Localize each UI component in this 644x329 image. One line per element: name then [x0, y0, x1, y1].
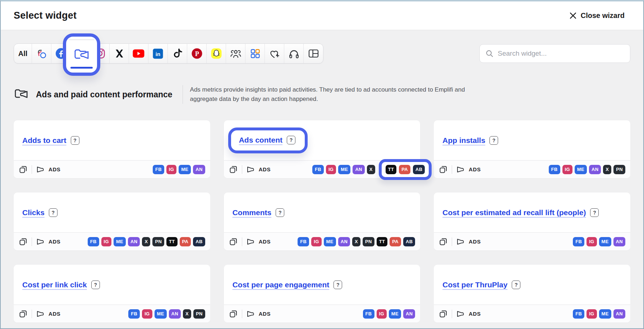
network-badge-ab: AB — [413, 165, 425, 174]
filter-tab-pinterest[interactable]: P — [187, 44, 207, 63]
network-badge-x: X — [367, 165, 375, 174]
network-badge-pa: PA — [399, 165, 410, 174]
network-badges: FBIGMEANXPN — [549, 165, 625, 174]
network-badge-fb: FB — [549, 165, 560, 174]
copy-widget-icon[interactable] — [439, 237, 448, 246]
network-badge-an: AN — [613, 309, 625, 319]
ads-section-icon — [14, 87, 29, 102]
help-icon[interactable]: ? — [71, 136, 79, 145]
filter-tab-audience[interactable] — [226, 44, 245, 63]
filter-tab-apps[interactable] — [245, 44, 265, 63]
copy-widget-icon[interactable] — [19, 237, 28, 246]
network-badge-an: AN — [128, 237, 140, 246]
widget-title-link[interactable]: Adds to cart — [22, 135, 66, 146]
filter-tab-all[interactable]: All — [14, 44, 32, 63]
network-badge-an: AN — [353, 165, 364, 174]
widget-card: Cost per ThruPlay ? ADS FBIGMEAN — [434, 265, 630, 323]
help-icon[interactable]: ? — [276, 208, 284, 217]
help-icon[interactable]: ? — [334, 281, 342, 289]
copy-widget-icon[interactable] — [19, 309, 28, 318]
network-badge-me: ME — [114, 237, 126, 246]
filter-tab-x[interactable] — [110, 44, 129, 63]
widget-type-label: ADS — [259, 311, 271, 317]
select-widget-dialog: Select widget Close wizard AllinP Ads an… — [0, 0, 644, 329]
network-badge-tt: TT — [166, 237, 177, 246]
active-tab-indicator — [70, 67, 93, 69]
filter-tab-snapchat[interactable] — [207, 44, 226, 63]
network-badge-fb: FB — [88, 237, 99, 246]
widget-title-link[interactable]: Comments — [233, 207, 272, 218]
help-icon[interactable]: ? — [590, 208, 599, 217]
help-icon[interactable]: ? — [91, 281, 100, 289]
megaphone-icon — [36, 310, 45, 318]
filter-tab-content[interactable] — [32, 44, 51, 63]
network-badge-pn: PN — [152, 237, 164, 246]
network-badges: FBIGMEANXPNTTPAAB — [88, 237, 205, 246]
network-badge-ig: IG — [166, 165, 176, 174]
widget-title-link[interactable]: Cost per link click — [22, 279, 87, 290]
network-badge-ab: AB — [193, 237, 205, 246]
copy-widget-icon[interactable] — [229, 165, 238, 174]
network-badge-an: AN — [338, 237, 350, 246]
copy-widget-icon[interactable] — [439, 165, 448, 174]
widget-card-footer: ADS FBIGMEANXPN — [434, 160, 630, 178]
widget-title-link[interactable]: Cost per page engagement — [233, 279, 330, 290]
widget-type-label: ADS — [259, 238, 271, 245]
network-badge-me: ME — [599, 237, 611, 246]
widget-type-label: ADS — [49, 166, 60, 172]
network-badge-ig: IG — [142, 309, 152, 319]
network-badge-me: ME — [324, 237, 336, 246]
search-input[interactable] — [498, 50, 624, 57]
filter-tab-tiktok[interactable] — [168, 44, 187, 63]
network-badge-an: AN — [169, 309, 181, 319]
network-badge-me: ME — [575, 165, 587, 174]
search-widget-box[interactable] — [479, 44, 630, 63]
filter-tab-care[interactable] — [265, 44, 284, 63]
help-icon[interactable]: ? — [49, 208, 58, 217]
widget-title-link[interactable]: Clicks — [22, 207, 45, 218]
filter-tab-youtube[interactable] — [129, 44, 148, 63]
section-divider — [183, 85, 183, 104]
widget-type-label: ADS — [49, 238, 60, 245]
widget-title-link[interactable]: Ads content — [239, 135, 282, 145]
close-icon — [570, 12, 576, 19]
filter-tab-linkedin[interactable]: in — [148, 44, 168, 63]
network-badge-ig: IG — [311, 237, 321, 246]
network-filter-bar: AllinP — [14, 43, 323, 64]
widget-card: Cost per link click ? ADS FBIGMEANXPN — [14, 265, 210, 323]
widget-card-footer: ADS FBIGMEAN — [434, 232, 630, 250]
copy-widget-icon[interactable] — [19, 165, 28, 174]
network-badge-an: AN — [613, 237, 625, 246]
help-icon[interactable]: ? — [287, 136, 295, 144]
help-icon[interactable]: ? — [512, 281, 520, 289]
widget-card-grid: Adds to cart ? ADS FBIGMEAN Ads content … — [14, 120, 630, 323]
filter-tab-dashboard[interactable] — [304, 44, 323, 63]
widget-card: Comments ? ADS FBIGMEANXPNTTPAAB — [224, 193, 420, 250]
section-header: Ads and paid content performance Ads met… — [14, 85, 630, 104]
network-badge-fb: FB — [153, 165, 164, 174]
network-badge-tt: TT — [377, 237, 387, 246]
widget-type-label: ADS — [469, 311, 480, 317]
widget-title-link[interactable]: Cost per estimated ad recall lift (peopl… — [442, 207, 586, 218]
widget-title-link[interactable]: App installs — [442, 135, 485, 146]
copy-widget-icon[interactable] — [439, 309, 448, 318]
network-badge-pa: PA — [390, 237, 401, 246]
copy-widget-icon[interactable] — [229, 237, 238, 246]
close-wizard-button[interactable]: Close wizard — [570, 11, 625, 20]
search-icon — [486, 50, 493, 57]
copy-widget-icon[interactable] — [229, 309, 238, 318]
help-icon[interactable]: ? — [489, 136, 498, 145]
widget-card: App installs ? ADS FBIGMEANXPN — [434, 120, 630, 178]
network-badge-me: ME — [599, 309, 611, 319]
filter-area: AllinP — [14, 43, 630, 64]
network-badge-x: X — [183, 309, 191, 319]
ads-filter-icon[interactable] — [73, 47, 90, 62]
annotation-ring-ads-tab — [63, 33, 100, 76]
network-badges: FBIGMEAN — [363, 309, 415, 319]
widget-title-link[interactable]: Cost per ThruPlay — [442, 279, 507, 290]
widget-card-footer: ADS FBIGMEAN — [224, 305, 420, 323]
network-badge-me: ME — [155, 309, 167, 319]
network-badge-fb: FB — [573, 237, 584, 246]
filter-tab-listening[interactable] — [284, 44, 304, 63]
network-badges: FBIGMEAN — [573, 309, 625, 319]
